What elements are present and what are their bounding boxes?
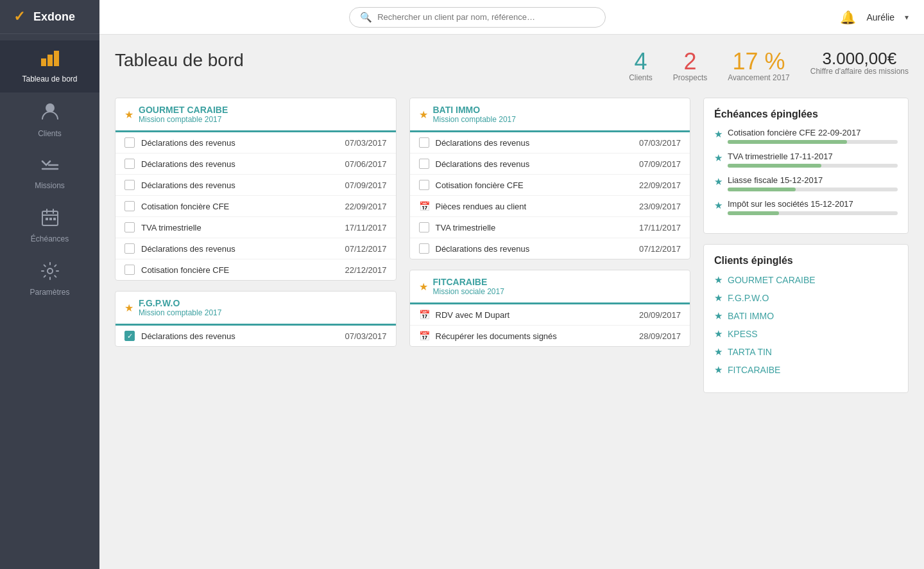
search-icon: 🔍 — [360, 12, 372, 23]
svg-rect-1 — [47, 55, 53, 66]
star-icon[interactable]: ★ — [714, 310, 723, 322]
task-checkbox[interactable] — [419, 137, 429, 148]
task-checkbox[interactable] — [124, 265, 135, 275]
task-item: TVA trimestrielle 17/11/2017 — [116, 217, 396, 238]
card-gourmet-caraibe-header: ★ GOURMET CARAIBE Mission comptable 2017 — [116, 98, 396, 132]
deadline-item: ★ Cotisation foncière CFE 22-09-2017 — [714, 128, 898, 144]
task-date: 07/09/2017 — [639, 159, 681, 169]
task-checkbox[interactable] — [124, 180, 135, 190]
sidebar-nav: Tableau de bord Clients Missions — [0, 34, 99, 306]
user-name[interactable]: Aurélie — [866, 12, 894, 22]
star-icon[interactable]: ★ — [124, 302, 133, 314]
star-icon[interactable]: ★ — [714, 274, 723, 286]
panel-pinned-clients-title: Clients épinglés — [714, 255, 898, 267]
stat-avancement-label: Avancement 2017 — [728, 73, 790, 82]
task-name: Déclarations des revenus — [141, 180, 338, 190]
task-name: TVA trimestrielle — [141, 223, 338, 232]
task-name: RDV avec M Dupart — [436, 310, 633, 320]
sidebar-item-parametres[interactable]: Paramètres — [0, 252, 99, 306]
sidebar-item-missions[interactable]: Missions — [0, 147, 99, 199]
card-bati-immo-subtitle: Mission comptable 2017 — [433, 115, 516, 124]
task-checkbox[interactable]: ✓ — [124, 331, 135, 341]
star-icon[interactable]: ★ — [419, 281, 428, 293]
task-checkbox[interactable] — [124, 159, 135, 169]
task-name: Déclarations des revenus — [141, 159, 338, 169]
card-bati-immo-header: ★ BATI IMMO Mission comptable 2017 — [410, 98, 690, 132]
panel-pinned-clients: Clients épinglés ★ GOURMET CARAIBE ★ F.G… — [703, 244, 909, 393]
pinned-client-name[interactable]: F.G.P.W.O — [728, 293, 769, 303]
task-checkbox[interactable] — [124, 137, 135, 148]
star-icon[interactable]: ★ — [714, 328, 723, 340]
task-checkbox[interactable] — [419, 243, 429, 254]
task-list-gourmet: Déclarations des revenus 07/03/2017 Décl… — [116, 132, 396, 280]
star-icon[interactable]: ★ — [714, 346, 723, 358]
deadline-item: ★ Impôt sur les sociétés 15-12-2017 — [714, 199, 898, 215]
cards-grid: ★ GOURMET CARAIBE Mission comptable 2017… — [115, 98, 909, 393]
star-icon[interactable]: ★ — [714, 152, 723, 164]
pinned-client-name[interactable]: GOURMET CARAIBE — [728, 275, 816, 285]
task-name: Déclarations des revenus — [141, 138, 338, 148]
task-date: 22/09/2017 — [639, 180, 681, 190]
card-fgpwo: ★ F.G.P.W.O Mission comptable 2017 ✓ Déc… — [115, 291, 397, 347]
checkmark-icon: ✓ — [13, 8, 25, 25]
missions-icon — [40, 156, 60, 179]
logo: ✓ Exdone — [0, 0, 99, 34]
card-fgpwo-subtitle: Mission comptable 2017 — [139, 308, 221, 317]
star-icon[interactable]: ★ — [419, 109, 428, 121]
header: 🔍 🔔 Aurélie ▾ — [99, 0, 924, 35]
task-list-fitcaraibe: 📅 RDV avec M Dupart 20/09/2017 📅 Récupér… — [410, 304, 690, 346]
card-gourmet-caraibe: ★ GOURMET CARAIBE Mission comptable 2017… — [115, 98, 397, 281]
deadline-content: Liasse fiscale 15-12-2017 — [728, 175, 898, 191]
sidebar-item-dashboard[interactable]: Tableau de bord — [0, 40, 99, 92]
task-checkbox[interactable] — [124, 222, 135, 232]
star-icon[interactable]: ★ — [714, 292, 723, 304]
star-icon[interactable]: ★ — [714, 176, 723, 188]
pinned-client-name[interactable]: BATI IMMO — [728, 311, 774, 321]
pinned-client-name[interactable]: TARTA TIN — [728, 347, 772, 357]
progress-bar — [728, 211, 779, 215]
mid-column: ★ BATI IMMO Mission comptable 2017 Décla… — [409, 98, 691, 347]
content: Tableau de bord 4 Clients 2 Prospects 17… — [99, 35, 924, 569]
star-icon[interactable]: ★ — [124, 109, 133, 121]
bell-icon[interactable]: 🔔 — [840, 10, 856, 25]
star-icon[interactable]: ★ — [714, 128, 723, 140]
progress-bar — [728, 164, 821, 168]
stat-prospects: 2 Prospects — [673, 50, 707, 82]
task-item: Déclarations des revenus 07/09/2017 — [116, 175, 396, 196]
stat-chiffre: 3.000,00€ Chiffre d'affaire des missions — [810, 50, 909, 76]
stat-clients-label: Clients — [629, 73, 653, 82]
task-date: 28/09/2017 — [639, 331, 681, 341]
pinned-client-name[interactable]: KPESS — [728, 329, 758, 339]
pinned-client-name[interactable]: FITCARAIBE — [728, 365, 780, 375]
sidebar-item-clients[interactable]: Clients — [0, 92, 99, 147]
card-gourmet-caraibe-title: GOURMET CARAIBE — [139, 105, 228, 115]
star-icon[interactable]: ★ — [714, 200, 723, 211]
parametres-icon — [40, 261, 60, 285]
task-checkbox[interactable] — [124, 201, 135, 211]
task-list-fgpwo: ✓ Déclarations des revenus 07/03/2017 — [116, 326, 396, 346]
task-item: Déclarations des revenus 07/12/2017 — [410, 238, 690, 259]
calendar-icon: 📅 — [419, 310, 429, 320]
svg-point-3 — [46, 103, 55, 112]
task-date: 17/11/2017 — [639, 223, 681, 232]
task-checkbox[interactable] — [419, 180, 429, 190]
task-name: Cotisation foncière CFE — [141, 265, 338, 275]
task-date: 07/06/2017 — [345, 159, 386, 169]
task-checkbox[interactable] — [124, 243, 135, 254]
star-icon[interactable]: ★ — [714, 364, 723, 376]
stat-avancement: 17 % Avancement 2017 — [728, 50, 790, 82]
task-date: 17/11/2017 — [345, 223, 386, 232]
task-item: ✓ Déclarations des revenus 07/03/2017 — [116, 326, 396, 346]
search-input[interactable] — [377, 12, 595, 22]
progress-bar-wrap — [728, 140, 898, 144]
task-checkbox[interactable] — [419, 222, 429, 232]
task-list-bati: Déclarations des revenus 07/03/2017 Décl… — [410, 132, 690, 259]
card-bati-immo: ★ BATI IMMO Mission comptable 2017 Décla… — [409, 98, 691, 259]
task-checkbox[interactable] — [419, 159, 429, 169]
card-fitcaraibe-subtitle: Mission sociale 2017 — [433, 287, 504, 296]
sidebar-item-echeances[interactable]: Échéances — [0, 199, 99, 252]
task-date: 07/12/2017 — [345, 244, 386, 254]
task-item: 📅 RDV avec M Dupart 20/09/2017 — [410, 304, 690, 326]
left-column: ★ GOURMET CARAIBE Mission comptable 2017… — [115, 98, 397, 347]
sidebar-item-echeances-label: Échéances — [31, 234, 69, 243]
